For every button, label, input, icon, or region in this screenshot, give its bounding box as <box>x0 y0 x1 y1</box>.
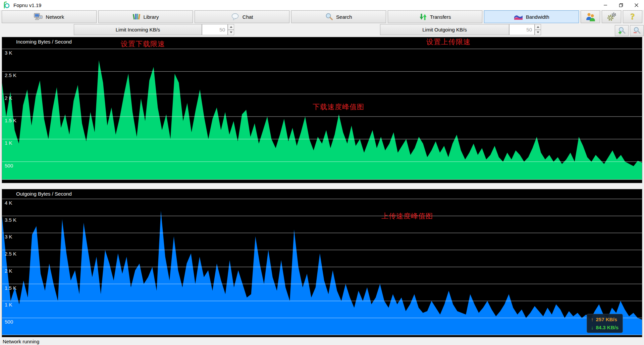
annotation-set-download-limit: 设置下载限速 <box>121 39 165 49</box>
restore-button[interactable] <box>613 0 629 10</box>
upload-speed-value: 257 KB/s <box>596 317 617 322</box>
limit-incoming-value[interactable]: 50 <box>202 24 228 35</box>
y-axis-label: 3 K <box>5 234 12 239</box>
y-axis-label: 1.5 K <box>5 285 16 291</box>
outgoing-spinner-up-button[interactable] <box>535 24 541 30</box>
limit-outgoing-value[interactable]: 50 <box>509 24 535 35</box>
annotation-upload-peak-graph: 上传速度峰值图 <box>381 211 433 221</box>
help-icon: ? <box>629 12 636 21</box>
limit-outgoing-label: Limit Outgoing KB/s <box>422 27 467 32</box>
close-button[interactable] <box>629 0 644 10</box>
outgoing-area-chart <box>2 189 642 337</box>
svg-text:?: ? <box>631 12 635 21</box>
outgoing-chart-title: Outgoing Bytes / Second <box>16 191 72 197</box>
y-axis-label: 1 K <box>5 140 12 146</box>
tab-library[interactable]: Library <box>98 10 193 23</box>
tab-transfers-label: Transfers <box>430 14 451 20</box>
fopnu-logo-icon <box>3 1 11 9</box>
network-icon <box>34 13 43 21</box>
incoming-spinner-down-button[interactable] <box>228 30 234 36</box>
bandwidth-icon <box>514 14 523 20</box>
limit-outgoing-button[interactable]: Limit Outgoing KB/s <box>380 24 509 35</box>
tab-search-label: Search <box>336 14 352 20</box>
tab-network-label: Network <box>46 14 64 20</box>
limit-outgoing-spinner: 50 <box>509 24 541 35</box>
zoom-out-icon <box>632 26 641 35</box>
y-axis-label: 2.5 K <box>5 251 16 257</box>
download-speed-row: ↓ 84.3 KB/s <box>591 325 619 330</box>
annotation-download-peak-graph: 下载速度峰值图 <box>313 102 364 112</box>
up-arrow-icon: ↑ <box>591 317 594 322</box>
settings-button[interactable] <box>602 10 621 23</box>
titlebar: Fopnu v1.19 <box>0 0 644 10</box>
tab-bandwidth[interactable]: Bandwidth <box>484 10 579 23</box>
window-controls <box>598 0 644 10</box>
limit-incoming-label: Limit Incoming KB/s <box>116 27 160 32</box>
y-axis-label: 2.5 K <box>5 72 16 78</box>
tab-bar: Network Library Chat Search Transfers <box>2 10 642 23</box>
limit-incoming-button[interactable]: Limit Incoming KB/s <box>74 24 202 35</box>
tab-network[interactable]: Network <box>2 10 97 23</box>
minimize-button[interactable] <box>598 0 613 10</box>
tab-transfers[interactable]: Transfers <box>388 10 483 23</box>
y-axis-label: 3.5 K <box>5 217 16 223</box>
buddies-icon <box>585 12 596 21</box>
transfers-icon <box>419 13 427 21</box>
outgoing-spinner-down-button[interactable] <box>535 30 541 36</box>
y-axis-label: 500 <box>5 319 13 325</box>
status-bar: Network running <box>0 338 644 345</box>
down-triangle-icon <box>230 31 232 33</box>
y-axis-label: 1 K <box>5 302 12 307</box>
tab-chat[interactable]: Chat <box>195 10 289 23</box>
tab-bandwidth-label: Bandwidth <box>526 14 549 20</box>
up-triangle-icon <box>230 26 232 28</box>
gear-icon <box>607 12 616 21</box>
incoming-chart-title: Incoming Bytes / Second <box>16 39 72 45</box>
status-text: Network running <box>3 339 39 344</box>
y-axis-label: 500 <box>5 163 13 168</box>
zoom-in-icon <box>617 26 626 35</box>
help-button[interactable]: ? <box>623 10 642 23</box>
buddies-button[interactable] <box>581 10 600 23</box>
y-axis-label: 1.5 K <box>5 118 16 123</box>
outgoing-bandwidth-chart: Outgoing Bytes / Second ↑ 257 KB/s ↓ 84.… <box>2 189 642 337</box>
library-icon <box>132 13 141 21</box>
y-axis-label: 2 K <box>5 95 12 101</box>
window-title: Fopnu v1.19 <box>13 2 41 8</box>
up-triangle-icon <box>537 26 539 28</box>
annotation-set-upload-limit: 设置上传限速 <box>426 37 471 47</box>
tab-search[interactable]: Search <box>291 10 386 23</box>
y-axis-label: 3 K <box>5 50 12 56</box>
y-axis-label: 4 K <box>5 200 12 206</box>
current-speed-overlay: ↑ 257 KB/s ↓ 84.3 KB/s <box>587 314 623 333</box>
incoming-spinner-up-button[interactable] <box>228 24 234 30</box>
upload-speed-row: ↑ 257 KB/s <box>591 317 619 322</box>
tab-library-label: Library <box>144 14 159 20</box>
search-icon <box>325 13 333 21</box>
tab-chat-label: Chat <box>243 14 253 20</box>
limit-incoming-spinner: 50 <box>202 24 234 35</box>
chat-icon <box>231 13 239 21</box>
y-axis-label: 2 K <box>5 268 12 274</box>
download-speed-value: 84.3 KB/s <box>596 325 619 330</box>
down-arrow-icon: ↓ <box>591 325 594 330</box>
zoom-out-button[interactable] <box>630 25 644 36</box>
bandwidth-toolbar: Limit Incoming KB/s 50 Limit Outgoing KB… <box>0 24 644 37</box>
down-triangle-icon <box>537 31 539 33</box>
zoom-in-button[interactable] <box>615 25 629 36</box>
